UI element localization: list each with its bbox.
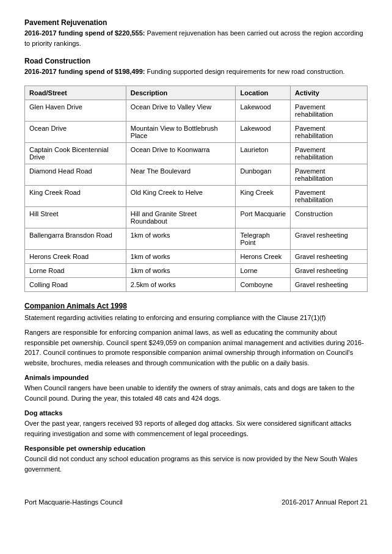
companion-sub-text: When Council rangers have been unable to… bbox=[24, 383, 368, 403]
table-cell: King Creek bbox=[236, 185, 291, 206]
col-road-street: Road/Street bbox=[25, 86, 126, 100]
companion-section: Companion Animals Act 1998 Statement reg… bbox=[24, 302, 368, 475]
table-cell: Lorne bbox=[236, 263, 291, 277]
table-cell: Ocean Drive bbox=[25, 121, 126, 142]
road-title: Road Construction bbox=[24, 57, 368, 65]
table-cell: Glen Haven Drive bbox=[25, 100, 126, 121]
table-cell: Gravel resheeting bbox=[291, 263, 368, 277]
table-row: Hill StreetHill and Granite Street Round… bbox=[25, 206, 368, 228]
table-row: King Creek RoadOld King Creek to HelveKi… bbox=[25, 185, 368, 206]
table-cell: Laurieton bbox=[236, 142, 291, 164]
table-cell: Construction bbox=[291, 206, 368, 228]
table-cell: Old King Creek to Helve bbox=[126, 185, 236, 206]
table-cell: Ocean Drive to Valley View bbox=[126, 100, 236, 121]
table-cell: Telegraph Point bbox=[236, 228, 291, 249]
footer-left: Port Macquarie-Hastings Council bbox=[24, 498, 123, 506]
companion-subsections: Animals impoundedWhen Council rangers ha… bbox=[24, 374, 368, 474]
table-cell: 1km of works bbox=[126, 263, 236, 277]
table-row: Captain Cook Bicentennial DriveOcean Dri… bbox=[25, 142, 368, 164]
pavement-section: Pavement Rejuvenation 2016-2017 funding … bbox=[24, 18, 368, 48]
col-location: Location bbox=[236, 86, 291, 100]
table-cell: Pavement rehabilitation bbox=[291, 164, 368, 185]
table-cell: Lakewood bbox=[236, 121, 291, 142]
pavement-funding: 2016-2017 funding spend of $220,555: Pav… bbox=[24, 28, 368, 48]
companion-sub-text: Over the past year, rangers received 93 … bbox=[24, 418, 368, 439]
table-cell: Mountain View to Bottlebrush Place bbox=[126, 121, 236, 142]
table-cell: Dunbogan bbox=[236, 164, 291, 185]
table-row: Ocean DriveMountain View to Bottlebrush … bbox=[25, 121, 368, 142]
companion-body: Rangers are responsible for enforcing co… bbox=[24, 327, 368, 368]
table-cell: King Creek Road bbox=[25, 185, 126, 206]
table-cell: Comboyne bbox=[236, 277, 291, 291]
companion-sub-title: Dog attacks bbox=[24, 409, 368, 417]
road-funding-text: Funding supported design requirements fo… bbox=[145, 68, 344, 75]
table-row: Diamond Head RoadNear The BoulevardDunbo… bbox=[25, 164, 368, 185]
table-cell: Near The Boulevard bbox=[126, 164, 236, 185]
table-row: Lorne Road1km of worksLorneGravel reshee… bbox=[25, 263, 368, 277]
road-funding-bold: 2016-2017 funding spend of $198,499: bbox=[24, 68, 145, 75]
table-cell: Ballengarra Bransdon Road bbox=[25, 228, 126, 249]
road-section: Road Construction 2016-2017 funding spen… bbox=[24, 57, 368, 77]
table-cell: Port Macquarie bbox=[236, 206, 291, 228]
companion-sub-text: Council did not conduct any school educa… bbox=[24, 454, 368, 474]
table-row: Herons Creek Road1km of worksHerons Cree… bbox=[25, 249, 368, 263]
table-cell: Colling Road bbox=[25, 277, 126, 291]
table-cell: Gravel resheeting bbox=[291, 277, 368, 291]
table-cell: Captain Cook Bicentennial Drive bbox=[25, 142, 126, 164]
table-cell: Pavement rehabilitation bbox=[291, 185, 368, 206]
road-funding: 2016-2017 funding spend of $198,499: Fun… bbox=[24, 67, 368, 77]
companion-sub-title: Responsible pet ownership education bbox=[24, 445, 368, 452]
table-cell: Herons Creek Road bbox=[25, 249, 126, 263]
road-construction-table: Road/Street Description Location Activit… bbox=[24, 86, 368, 292]
table-cell: Hill and Granite Street Roundabout bbox=[126, 206, 236, 228]
page-footer: Port Macquarie-Hastings Council 2016-201… bbox=[24, 492, 368, 506]
table-cell: Hill Street bbox=[25, 206, 126, 228]
table-cell: Lakewood bbox=[236, 100, 291, 121]
table-cell: Pavement rehabilitation bbox=[291, 100, 368, 121]
table-row: Glen Haven DriveOcean Drive to Valley Vi… bbox=[25, 100, 368, 121]
companion-sub-title: Animals impounded bbox=[24, 374, 368, 381]
table-cell: Diamond Head Road bbox=[25, 164, 126, 185]
table-cell: Pavement rehabilitation bbox=[291, 142, 368, 164]
col-description: Description bbox=[126, 86, 236, 100]
table-header-row: Road/Street Description Location Activit… bbox=[25, 86, 368, 100]
pavement-funding-bold: 2016-2017 funding spend of $220,555: bbox=[24, 29, 145, 37]
table-cell: Pavement rehabilitation bbox=[291, 121, 368, 142]
table-cell: 1km of works bbox=[126, 228, 236, 249]
pavement-title: Pavement Rejuvenation bbox=[24, 18, 368, 27]
companion-title: Companion Animals Act 1998 bbox=[24, 302, 368, 310]
table-cell: Gravel resheeting bbox=[291, 228, 368, 249]
table-cell: 2.5km of works bbox=[126, 277, 236, 291]
table-cell: Ocean Drive to Koonwarra bbox=[126, 142, 236, 164]
table-cell: Gravel resheeting bbox=[291, 249, 368, 263]
companion-intro: Statement regarding activities relating … bbox=[24, 313, 368, 323]
col-activity: Activity bbox=[291, 86, 368, 100]
table-cell: Herons Creek bbox=[236, 249, 291, 263]
footer-right: 2016-2017 Annual Report 21 bbox=[281, 498, 368, 506]
table-row: Colling Road2.5km of worksComboyneGravel… bbox=[25, 277, 368, 291]
table-cell: Lorne Road bbox=[25, 263, 126, 277]
table-row: Ballengarra Bransdon Road1km of worksTel… bbox=[25, 228, 368, 249]
table-cell: 1km of works bbox=[126, 249, 236, 263]
